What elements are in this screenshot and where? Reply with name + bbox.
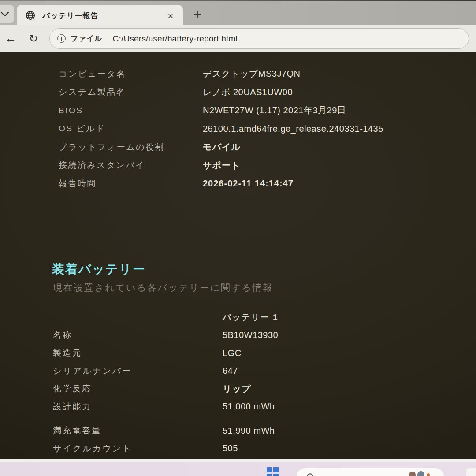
- browser-tab-strip: バッテリー報告 × +: [0, 1, 476, 25]
- browser-window-bottom-edge: [0, 459, 476, 462]
- field-label: システム製品名: [59, 86, 203, 98]
- tab-title: バッテリー報告: [42, 11, 165, 21]
- field-label: 接続済みスタンバイ: [59, 160, 203, 171]
- field-value: モバイル: [203, 141, 241, 153]
- new-tab-button[interactable]: +: [189, 6, 206, 23]
- battery-column-header: バッテリー 1: [223, 312, 279, 323]
- field-value: 505: [223, 443, 238, 454]
- table-row: 満充電容量 51,990 mWh: [53, 422, 279, 440]
- browser-toolbar: ← ↻ i ファイル C:/Users/user/battery-report.…: [0, 25, 476, 52]
- field-label: コンピュータ名: [59, 68, 203, 80]
- field-value: サポート: [203, 160, 240, 171]
- chevron-down-icon: [0, 11, 9, 17]
- table-row: シリアルナンバー 647: [53, 362, 279, 380]
- field-label: BIOS: [59, 106, 203, 115]
- field-value: 647: [223, 366, 238, 376]
- table-row: 接続済みスタンバイ サポート: [59, 156, 383, 175]
- field-label: 化学反応: [53, 383, 223, 394]
- search-icon: [306, 473, 315, 476]
- system-info-table: コンピュータ名 デスクトップMS3J7QN システム製品名 レノボ 20UAS1…: [59, 65, 383, 193]
- url-scheme-label: ファイル: [71, 33, 102, 44]
- field-label: プラットフォームの役割: [59, 141, 203, 153]
- globe-icon: [26, 11, 35, 20]
- field-label: サイクルカウント: [53, 443, 223, 454]
- table-row: BIOS N2WET27W (1.17) 2021年3月29日: [59, 101, 383, 120]
- reload-button[interactable]: ↻: [24, 29, 43, 48]
- back-button[interactable]: ←: [1, 29, 20, 48]
- windows-start-icon[interactable]: [267, 467, 279, 476]
- address-bar[interactable]: i ファイル C:/Users/user/battery-report.html: [49, 28, 469, 49]
- battery-report-page: コンピュータ名 デスクトップMS3J7QN システム製品名 レノボ 20UAS1…: [0, 52, 476, 459]
- field-value: 26100.1.amd64fre.ge_release.240331-1435: [203, 124, 383, 134]
- table-row: システム製品名 レノボ 20UAS1UW00: [59, 83, 383, 102]
- section-title-installed-batteries: 装着バッテリー: [52, 261, 146, 278]
- windows-taskbar: [0, 462, 476, 476]
- table-row: 設計能力 51,000 mWh: [53, 398, 279, 416]
- field-label: 製造元: [53, 347, 223, 359]
- page-info-icon[interactable]: i: [57, 34, 66, 43]
- field-label: 満充電容量: [53, 425, 223, 436]
- table-row: サイクルカウント 505: [53, 440, 279, 458]
- field-value: 2026-02-11 14:14:47: [203, 178, 294, 189]
- search-highlights-icon[interactable]: [409, 471, 430, 476]
- field-value: 51,990 mWh: [223, 426, 275, 436]
- tab-search-button[interactable]: [0, 5, 14, 23]
- tab-close-icon[interactable]: ×: [165, 10, 176, 21]
- field-value: 5B10W13930: [223, 330, 278, 340]
- section-subtitle: 現在設置されている各バッテリーに関する情報: [53, 282, 273, 294]
- tray-widget-icon[interactable]: [466, 468, 476, 476]
- table-header-row: バッテリー 1: [53, 309, 279, 327]
- taskbar-search-box[interactable]: [297, 468, 444, 476]
- field-value: LGC: [223, 348, 242, 358]
- field-label: シリアルナンバー: [53, 365, 223, 377]
- table-row: 化学反応 リップ: [53, 380, 279, 398]
- field-value: リップ: [223, 383, 251, 395]
- field-label: OS ビルド: [59, 123, 203, 134]
- url-text: C:/Users/user/battery-report.html: [113, 34, 238, 44]
- table-row: 報告時間 2026-02-11 14:14:47: [59, 175, 383, 193]
- field-label: 報告時間: [59, 178, 203, 190]
- field-value: レノボ 20UAS1UW00: [203, 86, 293, 98]
- battery-table: バッテリー 1 名称 5B10W13930 製造元 LGC シリアルナンバー 6…: [53, 309, 279, 457]
- table-row: 名称 5B10W13930: [53, 327, 279, 345]
- field-label: 名称: [53, 330, 223, 341]
- table-row: プラットフォームの役割 モバイル: [59, 138, 383, 156]
- table-row: 製造元 LGC: [53, 344, 279, 362]
- field-label: 設計能力: [53, 401, 223, 413]
- table-row: OS ビルド 26100.1.amd64fre.ge_release.24033…: [59, 120, 383, 138]
- field-value: N2WET27W (1.17) 2021年3月29日: [203, 104, 346, 116]
- browser-tab-battery-report[interactable]: バッテリー報告 ×: [17, 5, 183, 26]
- field-value: デスクトップMS3J7QN: [203, 68, 301, 80]
- field-value: 51,000 mWh: [223, 402, 275, 412]
- table-row: コンピュータ名 デスクトップMS3J7QN: [59, 65, 383, 83]
